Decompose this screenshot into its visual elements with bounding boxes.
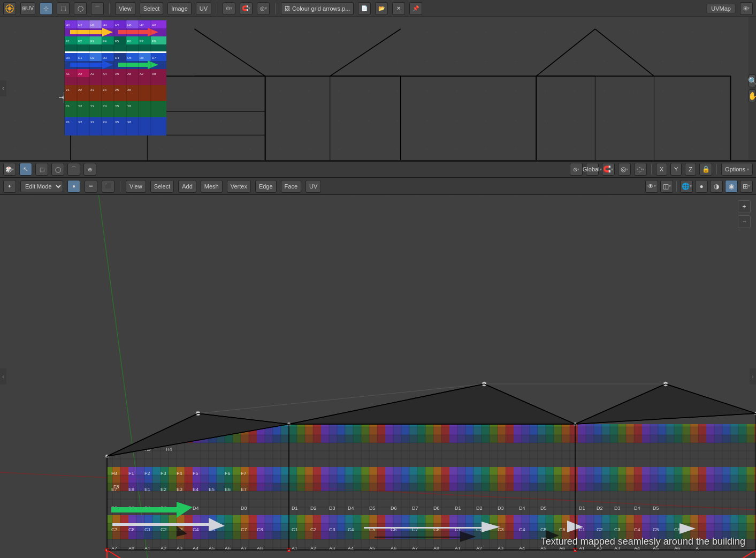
select-tool-3d-btn[interactable]: ↖ bbox=[19, 163, 32, 176]
snap-3d-btn[interactable]: 🧲▾ bbox=[602, 163, 615, 176]
select-3d-menu-btn[interactable]: Select bbox=[150, 180, 174, 193]
proportional-btn[interactable]: ◎ ▾ bbox=[257, 2, 270, 15]
uvmap-label: UVMap bbox=[706, 4, 736, 13]
xray-btn[interactable]: ◫▾ bbox=[660, 180, 673, 193]
mode-icon-btn[interactable]: ✦ bbox=[3, 180, 16, 193]
edit-mode-select[interactable]: Edit Mode bbox=[20, 180, 63, 192]
box-tool-btn[interactable]: ⬚ bbox=[35, 163, 48, 176]
view-lock-btn[interactable]: 🔒 bbox=[699, 163, 712, 176]
uv-3d-menu-btn[interactable]: UV bbox=[306, 180, 321, 193]
select-3d-label: Select bbox=[154, 183, 171, 190]
pivot-3d-btn[interactable]: ⊙ ▾ bbox=[570, 163, 583, 176]
panel-divider bbox=[0, 160, 756, 162]
face-menu-btn[interactable]: Face bbox=[281, 180, 301, 193]
viewport-overlays-btn[interactable]: 👁▾ bbox=[645, 180, 658, 193]
circle-tool-btn[interactable]: ◯ bbox=[51, 163, 64, 176]
options-label: Options bbox=[725, 166, 745, 172]
svg-text:A2: A2 bbox=[78, 72, 82, 76]
svg-text:D3: D3 bbox=[329, 506, 335, 511]
snap-btn[interactable]: 🧲 ▾ bbox=[240, 2, 253, 15]
shading-render-btn[interactable]: ◉ bbox=[725, 180, 738, 193]
svg-text:H7: H7 bbox=[140, 24, 144, 27]
svg-text:X5: X5 bbox=[115, 120, 119, 124]
zoom-in-btn[interactable]: 🔍 bbox=[749, 74, 756, 87]
image-selector[interactable]: 🖼 Colour grid arrows.p... bbox=[281, 2, 354, 15]
new-image-btn[interactable]: 📄 bbox=[358, 2, 371, 15]
svg-text:D4: D4 bbox=[519, 506, 525, 511]
circle-select-btn[interactable]: ◯ bbox=[74, 2, 87, 15]
close-image-btn[interactable]: ✕ bbox=[392, 2, 405, 15]
svg-text:F4: F4 bbox=[177, 471, 182, 476]
lasso-select-btn[interactable]: ⌒ bbox=[91, 2, 104, 15]
3d-right-sidebar-toggle[interactable]: › bbox=[750, 368, 756, 384]
svg-text:F3: F3 bbox=[90, 40, 95, 43]
pin-btn[interactable]: 📌 bbox=[409, 2, 422, 15]
vertex-mode-btn[interactable]: ● bbox=[67, 180, 80, 193]
3d-left-sidebar-toggle[interactable]: ‹ bbox=[0, 368, 6, 384]
viewport-zoom-out-btn[interactable]: − bbox=[738, 215, 751, 228]
hand-btn[interactable]: ✋ bbox=[749, 89, 756, 102]
svg-text:C7: C7 bbox=[241, 527, 247, 532]
viewport-zoom-in-btn[interactable]: + bbox=[738, 200, 751, 213]
svg-text:C6: C6 bbox=[559, 527, 566, 532]
pivot-btn[interactable]: ⊙ ▾ bbox=[223, 2, 235, 15]
svg-text:C3: C3 bbox=[329, 527, 335, 532]
face-mode-btn[interactable]: ⬛ bbox=[102, 180, 114, 193]
options-btn[interactable]: Options ▾ bbox=[721, 163, 753, 176]
edge-menu-btn[interactable]: Edge bbox=[255, 180, 277, 193]
image-menu-btn[interactable]: Image bbox=[167, 2, 192, 15]
mesh-menu-btn[interactable]: Mesh bbox=[201, 180, 223, 193]
box-select-btn[interactable]: ⬚ bbox=[57, 2, 70, 15]
svg-text:E7: E7 bbox=[241, 487, 247, 492]
scene-description-text: Textured mapped seamlesly around the bui… bbox=[541, 536, 745, 547]
svg-text:F6: F6 bbox=[127, 40, 132, 43]
uv-menu-btn[interactable]: UV bbox=[196, 2, 211, 15]
svg-text:X6: X6 bbox=[127, 120, 132, 124]
view-3d-menu-btn[interactable]: View bbox=[126, 180, 146, 193]
vertex-menu-btn[interactable]: Vertex bbox=[227, 180, 251, 193]
global-btn[interactable]: Global ▾ bbox=[586, 163, 599, 176]
separator-3 bbox=[275, 3, 276, 14]
shading-solid-btn[interactable]: ● bbox=[695, 180, 708, 193]
left-sidebar-toggle[interactable]: ‹ bbox=[0, 80, 6, 96]
z-axis-btn[interactable]: Z bbox=[685, 163, 696, 176]
view-menu-btn[interactable]: View bbox=[115, 2, 135, 15]
shading-world-btn[interactable]: 🌐▾ bbox=[680, 180, 693, 193]
svg-text:C3: C3 bbox=[498, 527, 504, 532]
add-menu-btn[interactable]: Add bbox=[178, 180, 196, 193]
svg-text:C6: C6 bbox=[674, 527, 681, 532]
uv-editor-options-btn[interactable]: ⊞ ▾ bbox=[740, 2, 753, 15]
proportional-3d-btn[interactable]: ◎▾ bbox=[618, 163, 631, 176]
svg-text:D2: D2 bbox=[476, 506, 483, 511]
svg-text:D7: D7 bbox=[412, 506, 418, 511]
svg-text:D3: D3 bbox=[103, 56, 107, 59]
z-label: Z bbox=[689, 166, 692, 172]
view-label: View bbox=[119, 5, 132, 12]
uv-editor-panel: ⊞UV ⊹ ⬚ ◯ ⌒ View Select Image UV ⊙ bbox=[0, 0, 756, 161]
svg-text:D5: D5 bbox=[127, 56, 132, 59]
svg-text:Y4: Y4 bbox=[103, 104, 107, 108]
lasso-tool-btn[interactable]: ⌒ bbox=[67, 163, 80, 176]
shading-options-btn[interactable]: ⊞▾ bbox=[740, 180, 753, 193]
blender-logo-btn[interactable] bbox=[3, 2, 16, 15]
svg-text:D6: D6 bbox=[140, 56, 144, 59]
open-image-btn[interactable]: 📂 bbox=[375, 2, 388, 15]
shading-material-btn[interactable]: ◑ bbox=[710, 180, 723, 193]
overlay-btn[interactable]: ◌▾ bbox=[634, 163, 647, 176]
select-menu-btn[interactable]: Select bbox=[140, 2, 164, 15]
uv-editor-type-btn[interactable]: ⊞UV bbox=[20, 2, 35, 15]
svg-rect-78 bbox=[65, 101, 166, 117]
svg-text:H6: H6 bbox=[127, 24, 132, 27]
editor-type-btn-3d[interactable]: 🎲 ▾ bbox=[3, 163, 16, 176]
texture-preview-svg: H1 H2 H3 H4 H5 H6 H7 H8 bbox=[65, 20, 166, 135]
y-axis-btn[interactable]: Y bbox=[670, 163, 682, 176]
svg-text:C1: C1 bbox=[144, 527, 151, 532]
transform-tool-btn[interactable]: ⊕ bbox=[83, 163, 96, 176]
x-axis-btn[interactable]: X bbox=[656, 163, 667, 176]
svg-text:F1: F1 bbox=[66, 40, 70, 43]
edge-mode-btn[interactable]: ━ bbox=[85, 180, 97, 193]
svg-text:E4: E4 bbox=[193, 487, 198, 492]
3d-viewport[interactable]: User Orthographic (1) Plane bbox=[0, 195, 756, 558]
select-tool-btn[interactable]: ⊹ bbox=[40, 2, 52, 15]
svg-text:D1: D1 bbox=[579, 506, 585, 511]
